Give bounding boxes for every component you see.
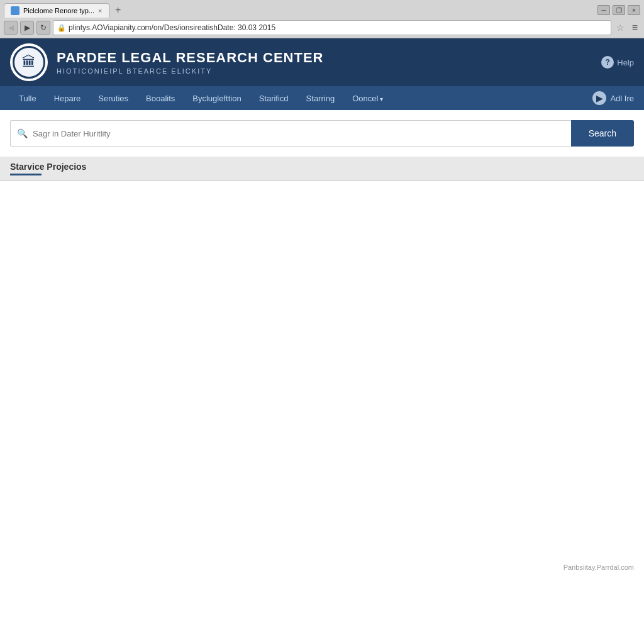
search-button[interactable]: Search <box>571 120 634 147</box>
logo-inner: 🏛 <box>13 46 45 79</box>
lock-icon: 🔒 <box>57 24 66 32</box>
search-input-wrapper: 🔍 <box>10 120 571 147</box>
browser-chrome: Piclclome Renore typ... × + ─ ❐ × ◀ ▶ ↻ … <box>0 0 644 38</box>
site-title: Pardee Legal Research Center <box>57 50 601 66</box>
help-link[interactable]: ? Help <box>601 56 634 69</box>
refresh-button[interactable]: ↻ <box>36 21 50 35</box>
site-header: 🏛 Pardee Legal Research Center HIOTICONI… <box>0 38 644 86</box>
address-bar: ◀ ▶ ↻ 🔒 plintys.AOViapianity.com/on/Des/… <box>0 18 644 38</box>
logo-icon: 🏛 <box>22 54 36 70</box>
title-bar: Piclclome Renore typ... × + ─ ❐ × <box>0 0 644 18</box>
bookmark-icon[interactable]: ☆ <box>614 23 627 33</box>
browser-tab[interactable]: Piclclome Renore typ... × <box>4 3 109 18</box>
section-title-bar: Starvice Projecios <box>0 157 644 181</box>
url-box[interactable]: 🔒 plintys.AOViapianity.com/on/Des/ionsir… <box>53 20 611 35</box>
nav-item-ooncel[interactable]: Ooncel <box>343 87 392 109</box>
minimize-button[interactable]: ─ <box>597 5 610 15</box>
site-subtitle: HIOTICONIEIPL BTEARCE ELICKITY <box>57 67 601 75</box>
nav-item-booalits[interactable]: Booalits <box>137 87 184 109</box>
tab-close-button[interactable]: × <box>98 7 102 14</box>
section-underline <box>10 174 42 175</box>
main-content <box>0 181 644 558</box>
url-text: plintys.AOViapianity.com/on/Des/ionsirea… <box>69 23 607 32</box>
adl-icon: ▶ <box>592 91 606 105</box>
window-controls: ─ ❐ × <box>597 5 640 15</box>
site-title-block: Pardee Legal Research Center HIOTICONIEI… <box>57 50 601 75</box>
search-area: 🔍 Search <box>0 110 644 157</box>
search-input[interactable] <box>33 129 565 138</box>
adl-label: Adl Ire <box>610 94 634 103</box>
menu-icon[interactable]: ≡ <box>630 22 640 33</box>
search-icon: 🔍 <box>17 128 28 138</box>
back-button[interactable]: ◀ <box>4 21 18 35</box>
adl-link[interactable]: ▶ Adl Ire <box>592 86 634 110</box>
nav-item-tulle[interactable]: Tulle <box>10 87 45 109</box>
restore-button[interactable]: ❐ <box>613 5 625 15</box>
nav-bar: Tulle Hepare Seruties Booalits Bycluglef… <box>0 86 644 110</box>
tab-favicon <box>11 6 19 15</box>
section-title: Starvice Projecios <box>10 162 634 172</box>
nav-item-starificd[interactable]: Starificd <box>250 87 297 109</box>
search-row: 🔍 Search <box>10 120 634 147</box>
tab-title: Piclclome Renore typ... <box>23 7 94 14</box>
nav-item-hepare[interactable]: Hepare <box>45 87 90 109</box>
nav-item-seruties[interactable]: Seruties <box>89 87 137 109</box>
help-icon: ? <box>601 56 614 69</box>
close-button[interactable]: × <box>628 5 640 15</box>
forward-button[interactable]: ▶ <box>20 21 34 35</box>
help-label: Help <box>617 58 634 67</box>
nav-item-starring[interactable]: Starring <box>297 87 344 109</box>
footer-text: Paribsiitay.Parrdal.com <box>564 564 634 571</box>
site-logo: 🏛 <box>10 43 48 81</box>
page-footer: Paribsiitay.Parrdal.com <box>0 558 644 576</box>
new-tab-button[interactable]: + <box>109 3 127 18</box>
nav-item-bycluglefttion[interactable]: Bycluglefttion <box>184 87 250 109</box>
